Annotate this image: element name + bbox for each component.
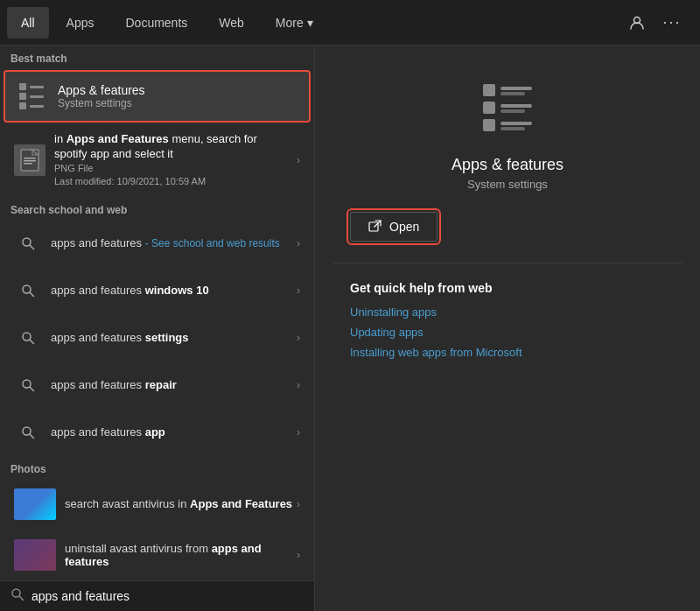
open-icon [368, 220, 382, 234]
file-result-modified: Last modified: 10/9/2021, 10:59 AM [54, 175, 293, 188]
chevron-right-icon: › [297, 154, 300, 166]
open-button[interactable]: Open [350, 212, 438, 242]
svg-rect-25 [500, 127, 525, 130]
tab-more[interactable]: More ▾ [262, 7, 327, 39]
svg-rect-26 [369, 222, 378, 231]
photos-text-1: uninstall avast antivirus from apps and … [65, 542, 293, 568]
photo-thumbnail-1 [14, 539, 56, 571]
best-match-title: Apps & features [58, 83, 145, 97]
svg-rect-17 [483, 84, 495, 96]
search-result-text-0: apps and features - See school and web r… [51, 236, 293, 249]
file-result-title: in Apps and Features menu, search for sp… [54, 132, 293, 162]
search-bar [0, 580, 314, 611]
svg-rect-23 [483, 119, 495, 131]
photos-item-1[interactable]: uninstall avast antivirus from apps and … [4, 530, 311, 579]
tab-all[interactable]: All [7, 7, 49, 39]
file-result-text: in Apps and Features menu, search for sp… [54, 132, 293, 189]
chevron-right-icon: › [297, 379, 300, 391]
svg-rect-18 [500, 87, 532, 90]
best-match-subtitle: System settings [58, 97, 145, 109]
photo-thumbnail-0 [14, 488, 56, 520]
search-input[interactable] [32, 589, 304, 603]
search-school-web-label: Search school and web [0, 197, 314, 220]
quick-help-link-0[interactable]: Uninstalling apps [350, 306, 665, 319]
chevron-right-icon: › [297, 332, 300, 344]
divider [332, 263, 682, 263]
search-result-text-1: apps and features windows 10 [51, 284, 293, 297]
search-result-item-2[interactable]: apps and features settings › [4, 315, 311, 361]
search-icon [14, 324, 42, 352]
quick-help-section: Get quick help from web Uninstalling app… [332, 281, 682, 366]
user-icon-btn[interactable] [623, 9, 651, 37]
best-match-label: Best match [0, 46, 314, 68]
quick-help-link-1[interactable]: Updating apps [350, 326, 665, 339]
search-result-text-3: apps and features repair [51, 378, 293, 391]
svg-rect-4 [24, 163, 32, 165]
search-result-item-3[interactable]: apps and features repair › [4, 362, 311, 408]
svg-rect-21 [500, 104, 532, 108]
tab-web[interactable]: Web [205, 7, 258, 39]
search-icon [14, 418, 42, 446]
file-result-item[interactable]: in Apps and Features menu, search for sp… [4, 125, 311, 196]
user-icon [629, 15, 645, 31]
chevron-down-icon: ▾ [307, 16, 313, 30]
app-name-large: Apps & features [452, 156, 564, 174]
svg-rect-20 [483, 102, 495, 114]
svg-rect-24 [500, 122, 532, 125]
svg-line-14 [30, 434, 34, 439]
search-result-item-0[interactable]: apps and features - See school and web r… [4, 221, 311, 266]
apps-features-icon [16, 81, 47, 112]
photos-text-0: search avast antivirus in Apps and Featu… [65, 497, 293, 510]
photos-section-label: Photos [0, 456, 314, 479]
search-icon [14, 277, 42, 305]
quick-help-title: Get quick help from web [350, 281, 665, 295]
file-icon [14, 144, 46, 176]
search-result-item-4[interactable]: apps and features app › [4, 410, 311, 455]
ellipsis-icon: ··· [662, 13, 681, 32]
nav-tabs: All Apps Documents Web More ▾ ··· [0, 0, 700, 46]
more-options-btn[interactable]: ··· [658, 9, 686, 37]
chevron-right-icon: › [297, 498, 300, 510]
app-type-large: System settings [467, 178, 548, 191]
search-result-item-1[interactable]: apps and features windows 10 › [4, 268, 311, 313]
app-icon-large [472, 72, 542, 142]
svg-rect-2 [24, 158, 36, 159]
best-match-item[interactable]: Apps & features System settings [4, 70, 311, 123]
search-bar-icon [10, 587, 24, 604]
svg-rect-19 [500, 92, 525, 95]
chevron-right-icon: › [297, 284, 300, 297]
svg-line-16 [19, 596, 24, 600]
search-icon [14, 371, 42, 399]
left-panel: Best match [0, 46, 315, 611]
nav-tabs-right: ··· [623, 9, 693, 37]
photos-item-0[interactable]: search avast antivirus in Apps and Featu… [4, 480, 311, 529]
search-icon [14, 229, 42, 257]
quick-help-link-2[interactable]: Installing web apps from Microsoft [350, 346, 665, 359]
chevron-right-icon: › [297, 426, 300, 439]
search-result-text-2: apps and features settings [51, 331, 293, 344]
chevron-right-icon: › [297, 549, 300, 561]
start-menu: All Apps Documents Web More ▾ ··· [0, 0, 700, 611]
content-area: Best match [0, 46, 700, 611]
search-result-text-4: apps and features app [51, 425, 293, 439]
svg-rect-3 [24, 160, 36, 162]
open-button-container: Open [332, 212, 682, 242]
chevron-right-icon: › [297, 237, 300, 249]
tab-apps[interactable]: Apps [52, 7, 108, 39]
svg-rect-22 [500, 109, 525, 113]
tab-documents[interactable]: Documents [111, 7, 201, 39]
svg-line-10 [30, 340, 34, 344]
right-panel: Apps & features System settings Open Get… [315, 46, 700, 611]
nav-tabs-left: All Apps Documents Web More ▾ [7, 7, 327, 39]
svg-line-6 [30, 245, 34, 249]
file-result-type: PNG File [54, 162, 293, 175]
svg-line-12 [30, 387, 34, 391]
svg-line-8 [30, 292, 34, 297]
best-match-text: Apps & features System settings [58, 83, 145, 109]
